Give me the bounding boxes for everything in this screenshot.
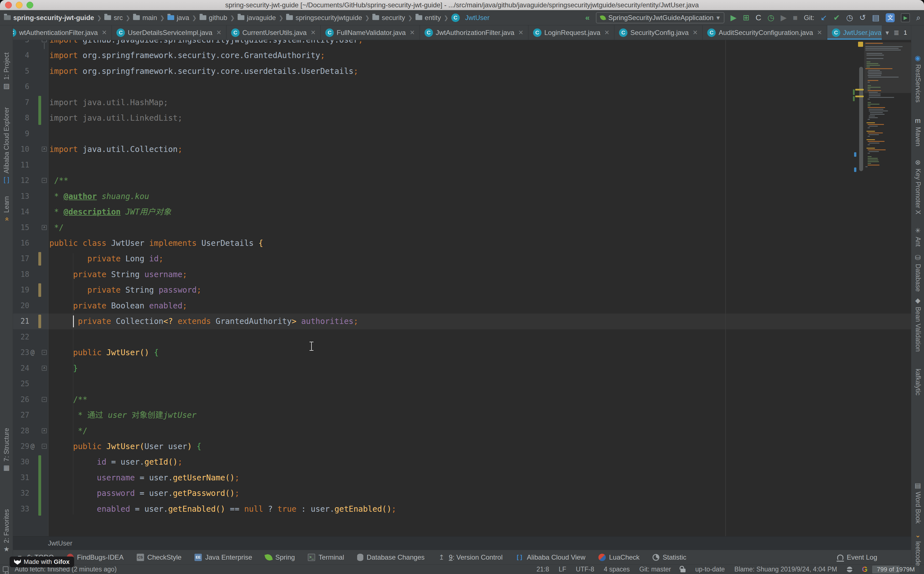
tool-window-button-CheckStyle[interactable]: CSCheckStyle	[137, 554, 181, 561]
code-line-16[interactable]: 16public class JwtUser implements UserDe…	[13, 235, 911, 251]
tab-CurrentUserUtils.java[interactable]: CCurrentUserUtils.java✕	[227, 25, 321, 40]
search-everywhere-button[interactable]: ⌕	[916, 14, 921, 22]
incognito-icon[interactable]	[847, 567, 852, 572]
code-line-4[interactable]: 4import org.springframework.security.cor…	[13, 48, 911, 63]
tool-window-button-Learn[interactable]: Learn»	[0, 196, 13, 222]
history-button[interactable]: ◷	[846, 14, 853, 22]
status-item-4-spaces[interactable]: 4 spaces	[604, 566, 630, 573]
zoom-window-button[interactable]	[27, 2, 33, 8]
fold-collapse-icon[interactable]: −	[42, 397, 47, 402]
fold-end-icon[interactable]: ˄	[42, 366, 47, 371]
fold-end-icon[interactable]: ˄	[42, 428, 47, 433]
tool-window-button-RestServices[interactable]: ◉RestServices	[911, 55, 924, 102]
close-icon[interactable]: ✕	[518, 29, 523, 36]
tool-window-button-Statistic[interactable]: Statistic	[653, 554, 686, 561]
code-line-8[interactable]: 8import java.util.LinkedList;	[13, 110, 911, 126]
code-minimap[interactable]	[836, 40, 911, 536]
code-line-28[interactable]: 28˄ */	[13, 423, 911, 439]
status-item-up-to-date[interactable]: up-to-date	[695, 566, 725, 573]
tool-window-button-Database[interactable]: ⛁Database	[911, 254, 924, 292]
breadcrumb-item-JwtUser[interactable]: CJwtUser	[451, 14, 490, 22]
code-line-33[interactable]: 33 enabled = user.getEnabled() == null ?…	[13, 501, 911, 517]
status-item-blame[interactable]: Blame: Shuang 2019/9/24, 4:04 PM	[734, 566, 837, 573]
tab-list-icon[interactable]: ≣	[894, 29, 899, 37]
translate-button[interactable]: 文	[886, 13, 895, 22]
status-item-21[interactable]: 21:8	[537, 566, 549, 573]
tab-UserDetailsServiceImpl.java[interactable]: CUserDetailsServiceImpl.java✕	[112, 25, 227, 40]
remote-host-button[interactable]: ▤	[872, 14, 880, 22]
code-line-30[interactable]: 30 id = user.getId();	[13, 454, 911, 470]
chevron-down-icon[interactable]: ▾	[886, 29, 889, 37]
code-line-7[interactable]: 7import java.util.HashMap;	[13, 95, 911, 110]
code-line-27[interactable]: 27 * 通过 user 对象创建jwtUser	[13, 407, 911, 423]
code-line-6[interactable]: 6	[13, 79, 911, 95]
tool-window-button-Bean Validation[interactable]: ◆Bean Validation	[911, 297, 924, 352]
tool-window-button-FindBugs-IDEA[interactable]: FindBugs-IDEA	[67, 554, 123, 561]
code-line-25[interactable]: 25	[13, 376, 911, 392]
tool-window-button-7: Structure[interactable]: 7: Structure▦	[0, 428, 13, 471]
code-line-17[interactable]: 17 private Long id;	[13, 251, 911, 266]
tool-window-button-Maven[interactable]: mMaven	[911, 117, 924, 146]
tool-window-button-Database Changes[interactable]: Database Changes	[357, 554, 425, 561]
code-line-29[interactable]: 29@− public JwtUser(User user) {	[13, 439, 911, 454]
tool-window-button-Terminal[interactable]: >_Terminal	[308, 554, 344, 561]
close-window-button[interactable]	[5, 2, 12, 8]
back-arrow-icon[interactable]: «	[585, 14, 590, 22]
fold-collapse-icon[interactable]: −	[42, 178, 47, 183]
breadcrumb-item-main[interactable]: main	[133, 14, 157, 22]
code-line-31[interactable]: 31 username = user.getUserName();	[13, 470, 911, 486]
coverage-button[interactable]: ⊞	[743, 14, 749, 22]
scrollbar-thumb[interactable]	[859, 67, 863, 171]
tool-window-button-Key Promoter X[interactable]: ⊗Key Promoter X	[911, 159, 924, 214]
close-icon[interactable]: ✕	[817, 29, 822, 36]
profiler-button[interactable]: C	[756, 14, 761, 22]
code-line-10[interactable]: 10˄import java.util.Collection;	[13, 142, 911, 157]
code-line-14[interactable]: 14 * @description JWT用户对象	[13, 204, 911, 220]
tool-window-button-kafkalytic[interactable]: kafkalytic	[911, 369, 924, 396]
fold-end-icon[interactable]: ˄	[42, 225, 47, 230]
tool-window-button-1: Project[interactable]: 1: Project▨	[0, 52, 13, 89]
code-line-5[interactable]: 5import org.springframework.security.cor…	[13, 63, 911, 79]
code-line-20[interactable]: 20 private Boolean enabled;	[13, 298, 911, 314]
code-line-3[interactable]: 3−import github.javaguide.springsecurity…	[13, 40, 911, 48]
code-line-24[interactable]: 24˄ }	[13, 361, 911, 376]
code-line-23[interactable]: 23@− public JwtUser() {	[13, 345, 911, 360]
tool-window-button-Alibaba Cloud Explorer[interactable]: Alibaba Cloud Explorer[ ]	[0, 107, 13, 183]
tool-window-button-Java Enterprise[interactable]: EEJava Enterprise	[195, 554, 252, 561]
breadcrumb-item-entity[interactable]: entity	[416, 14, 441, 22]
tool-window-button-Word Book[interactable]: ▤Word Book	[911, 482, 924, 524]
breadcrumb-item-java[interactable]: java	[167, 14, 189, 22]
status-item-git[interactable]: Git: master	[639, 566, 671, 573]
tab-LoginRequest.java[interactable]: CLoginRequest.java✕	[529, 25, 614, 40]
code-line-21[interactable]: 21 private Collection<? extends GrantedA…	[13, 314, 911, 329]
tool-window-button-leetcode[interactable]: ⌄leetcode	[911, 532, 924, 566]
close-icon[interactable]: ✕	[409, 29, 415, 36]
fold-collapse-icon[interactable]: −	[42, 350, 47, 355]
close-icon[interactable]: ✕	[311, 29, 316, 36]
breadcrumb-item-spring-security-jwt-guide[interactable]: spring-security-jwt-guide	[4, 14, 94, 22]
breadcrumb-item-src[interactable]: src	[104, 14, 123, 22]
run-with-profiler-button[interactable]: ◷	[768, 14, 774, 22]
run-configuration-select[interactable]: SpringSecurityJwtGuideApplication▾	[596, 12, 724, 24]
tab-wtAuthenticationFilter.java[interactable]: CwtAuthenticationFilter.java✕	[13, 25, 112, 40]
fold-collapse-icon[interactable]: −	[42, 444, 47, 449]
close-icon[interactable]: ✕	[102, 29, 107, 36]
rollback-button[interactable]: ↺	[859, 14, 866, 22]
tool-window-button-2: Favorites[interactable]: 2: Favorites★	[0, 509, 13, 553]
code-line-12[interactable]: 12− /**	[13, 173, 911, 188]
run-anything-button[interactable]: ▶	[901, 13, 910, 22]
editor-breadcrumb-item[interactable]: JwtUser	[48, 539, 72, 547]
fold-end-icon[interactable]: ˄	[42, 147, 47, 152]
tool-window-button-Spring[interactable]: Spring	[265, 554, 295, 561]
tool-window-button-Ant[interactable]: ✳Ant	[911, 227, 924, 247]
minimize-window-button[interactable]	[16, 2, 22, 8]
tab-AuditSecurityConfiguration.java[interactable]: CAuditSecurityConfiguration.java✕	[703, 25, 827, 40]
status-item-lf[interactable]: LF	[559, 566, 566, 573]
tab-SecurityConfig.java[interactable]: CSecurityConfig.java✕	[614, 25, 703, 40]
code-line-11[interactable]: 11	[13, 157, 911, 173]
tool-window-button-Web[interactable]: Web⊕	[0, 571, 13, 574]
event-log-button[interactable]: Event Log	[837, 554, 877, 561]
stop-disabled-button[interactable]: ■	[793, 14, 798, 22]
tool-window-button-LuaCheck[interactable]: LuaCheck	[598, 554, 639, 561]
code-line-13[interactable]: 13 * @author shuang.kou	[13, 189, 911, 204]
